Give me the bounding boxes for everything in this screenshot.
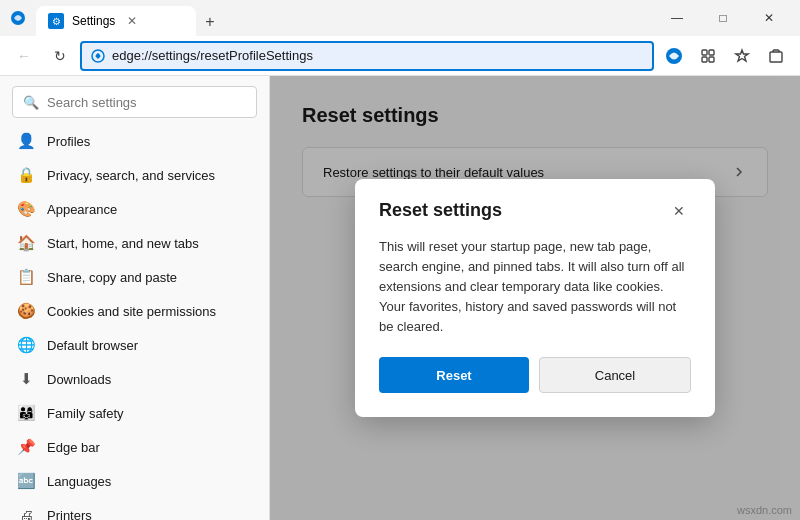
favorites-button[interactable] bbox=[726, 40, 758, 72]
refresh-button[interactable]: ↻ bbox=[44, 40, 76, 72]
sidebar-item-label: Share, copy and paste bbox=[47, 270, 177, 285]
edge-icon[interactable] bbox=[658, 40, 690, 72]
toolbar: ← ↻ edge://settings/resetProfileSettings bbox=[0, 36, 800, 76]
address-bar[interactable]: edge://settings/resetProfileSettings bbox=[80, 41, 654, 71]
sidebar: 🔍 👤 Profiles 🔒 Privacy, search, and serv… bbox=[0, 76, 270, 520]
profiles-icon: 👤 bbox=[17, 132, 35, 150]
window-controls: — □ ✕ bbox=[654, 0, 792, 36]
reset-confirm-button[interactable]: Reset bbox=[379, 357, 529, 393]
minimize-button[interactable]: — bbox=[654, 0, 700, 36]
dialog-title: Reset settings bbox=[379, 200, 502, 221]
sidebar-item-cookies[interactable]: 🍪 Cookies and site permissions bbox=[0, 294, 269, 328]
cancel-button[interactable]: Cancel bbox=[539, 357, 691, 393]
sidebar-item-languages[interactable]: 🔤 Languages bbox=[0, 464, 269, 498]
sidebar-item-share[interactable]: 📋 Share, copy and paste bbox=[0, 260, 269, 294]
toolbar-icons bbox=[658, 40, 792, 72]
appearance-icon: 🎨 bbox=[17, 200, 35, 218]
sidebar-item-label: Default browser bbox=[47, 338, 138, 353]
security-icon bbox=[90, 48, 106, 64]
dialog-header: Reset settings ✕ bbox=[379, 199, 691, 223]
sidebar-item-label: Privacy, search, and services bbox=[47, 168, 215, 183]
dialog-footer: Reset Cancel bbox=[379, 357, 691, 393]
sidebar-item-downloads[interactable]: ⬇ Downloads bbox=[0, 362, 269, 396]
sidebar-item-profiles[interactable]: 👤 Profiles bbox=[0, 124, 269, 158]
sidebar-item-label: Downloads bbox=[47, 372, 111, 387]
sidebar-item-family[interactable]: 👨‍👩‍👧 Family safety bbox=[0, 396, 269, 430]
edge-bar-icon: 📌 bbox=[17, 438, 35, 456]
sidebar-item-default-browser[interactable]: 🌐 Default browser bbox=[0, 328, 269, 362]
sidebar-item-label: Cookies and site permissions bbox=[47, 304, 216, 319]
sidebar-item-label: Edge bar bbox=[47, 440, 100, 455]
sidebar-item-label: Family safety bbox=[47, 406, 124, 421]
cookies-icon: 🍪 bbox=[17, 302, 35, 320]
tab-close-button[interactable]: ✕ bbox=[123, 12, 141, 30]
dialog-body: This will reset your startup page, new t… bbox=[379, 237, 691, 338]
dialog-close-button[interactable]: ✕ bbox=[667, 199, 691, 223]
browser-icon: 🌐 bbox=[17, 336, 35, 354]
svg-rect-3 bbox=[702, 50, 707, 55]
downloads-icon: ⬇ bbox=[17, 370, 35, 388]
extensions-button[interactable] bbox=[692, 40, 724, 72]
sidebar-item-label: Printers bbox=[47, 508, 92, 521]
close-button[interactable]: ✕ bbox=[746, 0, 792, 36]
tab-favicon: ⚙ bbox=[48, 13, 64, 29]
sidebar-item-printers[interactable]: 🖨 Printers bbox=[0, 498, 269, 520]
sidebar-item-appearance[interactable]: 🎨 Appearance bbox=[0, 192, 269, 226]
back-button[interactable]: ← bbox=[8, 40, 40, 72]
svg-rect-4 bbox=[709, 50, 714, 55]
settings-tab[interactable]: ⚙ Settings ✕ bbox=[36, 6, 196, 36]
sidebar-item-label: Appearance bbox=[47, 202, 117, 217]
svg-rect-5 bbox=[702, 57, 707, 62]
share-icon: 📋 bbox=[17, 268, 35, 286]
sidebar-item-privacy[interactable]: 🔒 Privacy, search, and services bbox=[0, 158, 269, 192]
collections-button[interactable] bbox=[760, 40, 792, 72]
modal-overlay: Reset settings ✕ This will reset your st… bbox=[270, 76, 800, 520]
new-tab-button[interactable]: + bbox=[196, 8, 224, 36]
reset-dialog: Reset settings ✕ This will reset your st… bbox=[355, 179, 715, 418]
tab-bar: ⚙ Settings ✕ + bbox=[36, 0, 646, 36]
privacy-icon: 🔒 bbox=[17, 166, 35, 184]
titlebar: ⚙ Settings ✕ + — □ ✕ bbox=[0, 0, 800, 36]
home-icon: 🏠 bbox=[17, 234, 35, 252]
browser-favicon bbox=[8, 8, 28, 28]
search-input[interactable] bbox=[47, 95, 246, 110]
tab-label: Settings bbox=[72, 14, 115, 28]
svg-rect-7 bbox=[770, 52, 782, 62]
sidebar-item-start-home[interactable]: 🏠 Start, home, and new tabs bbox=[0, 226, 269, 260]
sidebar-item-label: Start, home, and new tabs bbox=[47, 236, 199, 251]
languages-icon: 🔤 bbox=[17, 472, 35, 490]
printers-icon: 🖨 bbox=[17, 507, 35, 521]
address-text: edge://settings/resetProfileSettings bbox=[112, 48, 644, 63]
maximize-button[interactable]: □ bbox=[700, 0, 746, 36]
search-icon: 🔍 bbox=[23, 95, 39, 110]
content-area: Reset settings Restore settings to their… bbox=[270, 76, 800, 520]
svg-rect-6 bbox=[709, 57, 714, 62]
sidebar-item-label: Profiles bbox=[47, 134, 90, 149]
sidebar-item-label: Languages bbox=[47, 474, 111, 489]
sidebar-item-edge-bar[interactable]: 📌 Edge bar bbox=[0, 430, 269, 464]
main-layout: 🔍 👤 Profiles 🔒 Privacy, search, and serv… bbox=[0, 76, 800, 520]
family-icon: 👨‍👩‍👧 bbox=[17, 404, 35, 422]
search-box[interactable]: 🔍 bbox=[12, 86, 257, 118]
